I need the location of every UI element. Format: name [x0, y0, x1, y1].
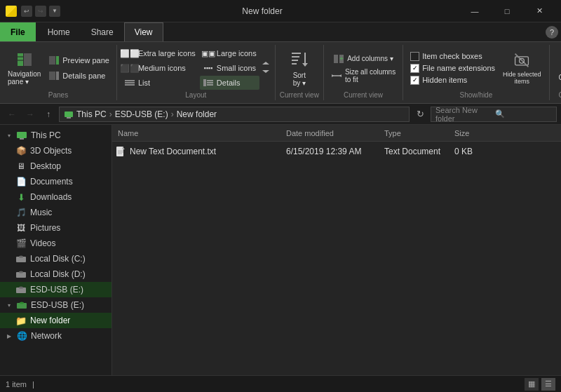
minimize-button[interactable]: —: [459, 0, 491, 22]
3d-objects-icon: 📦: [15, 145, 27, 156]
hidden-items-toggle[interactable]: ✓ Hidden items: [410, 76, 495, 85]
preview-pane-label: Preview pane: [62, 56, 109, 65]
layout-expand-button[interactable]: [261, 60, 271, 76]
svg-marker-16: [262, 70, 269, 73]
network-expand-icon: ▶: [6, 332, 13, 339]
search-box[interactable]: Search New folder 🔍: [431, 107, 557, 122]
sidebar-item-esd-usb-node[interactable]: ▾ ESD-USB (E:): [0, 297, 111, 313]
qat-redo[interactable]: ↪: [35, 6, 46, 17]
title-bar: ↩ ↪ ▼ New folder — □ ✕: [0, 0, 561, 22]
column-header-type[interactable]: Type: [381, 125, 452, 141]
navigation-pane-button[interactable]: Navigationpane ▾: [4, 47, 44, 89]
item-checkboxes-cb: [410, 52, 419, 61]
details-pane-button[interactable]: Details pane: [46, 69, 112, 83]
svg-rect-5: [56, 56, 59, 65]
maximize-button[interactable]: □: [491, 0, 523, 22]
sidebar-item-this-pc[interactable]: ▾ This PC: [0, 128, 111, 143]
hide-selected-button[interactable]: Hide selecteditems: [499, 47, 545, 89]
file-type-cell: Text Document: [381, 147, 452, 156]
main-content: ▾ This PC 📦 3D Objects 🖥 Desktop 📄 Docum…: [0, 125, 561, 375]
path-esd-usb[interactable]: ESD-USB (E:): [115, 109, 168, 119]
extra-large-icons-button[interactable]: ⬜⬜ Extra large icons: [121, 46, 198, 60]
file-name-extensions-toggle[interactable]: ✓ File name extensions: [410, 64, 495, 73]
up-button[interactable]: ↑: [41, 107, 56, 122]
path-new-folder[interactable]: New folder: [177, 109, 217, 119]
this-pc-label: This PC: [31, 130, 61, 140]
sidebar-item-videos[interactable]: 🎬 Videos: [0, 236, 111, 251]
sidebar-item-3d-objects[interactable]: 📦 3D Objects: [0, 143, 111, 158]
column-header-name[interactable]: Name: [115, 125, 283, 141]
close-button[interactable]: ✕: [523, 0, 555, 22]
file-icon: [115, 146, 126, 157]
small-icons-icon: ▪▪▪▪: [203, 62, 214, 74]
details-icon: [203, 77, 214, 88]
sidebar-item-new-folder[interactable]: 📁 New folder: [0, 313, 111, 328]
sidebar-item-music[interactable]: 🎵 Music: [0, 205, 111, 220]
tab-share[interactable]: Share: [81, 22, 124, 41]
sidebar-item-documents[interactable]: 📄 Documents: [0, 174, 111, 189]
medium-icons-button[interactable]: ⬛⬛ Medium icons: [121, 61, 198, 75]
desktop-icon: 🖥: [15, 161, 27, 172]
music-label: Music: [30, 208, 52, 217]
item-checkboxes-toggle[interactable]: Item check boxes: [410, 52, 495, 61]
sidebar-item-downloads[interactable]: ⬇ Downloads: [0, 189, 111, 205]
list-button[interactable]: List: [121, 76, 198, 90]
qat-dropdown[interactable]: ▼: [49, 6, 60, 17]
qat-undo[interactable]: ↩: [21, 6, 32, 17]
preview-pane-button[interactable]: Preview pane: [46, 53, 112, 67]
details-view-button[interactable]: ▦: [525, 378, 539, 391]
window-title: New folder: [66, 6, 459, 16]
back-button[interactable]: ←: [4, 107, 20, 122]
sidebar-item-local-c[interactable]: Local Disk (C:): [0, 251, 111, 266]
svg-rect-4: [49, 56, 55, 65]
small-icons-button[interactable]: ▪▪▪▪ Small icons: [200, 61, 259, 75]
sidebar-item-local-d[interactable]: Local Disk (D:): [0, 266, 111, 282]
path-this-pc[interactable]: This PC: [76, 109, 107, 119]
sort-content: Sortby ▾: [285, 46, 313, 90]
3d-objects-label: 3D Objects: [30, 146, 72, 156]
svg-marker-53: [122, 147, 125, 149]
file-size-cell: 0 KB: [452, 147, 508, 156]
file-name-cell: New Text Document.txt: [115, 146, 283, 157]
sidebar-item-desktop[interactable]: 🖥 Desktop: [0, 158, 111, 174]
svg-text:+: +: [339, 55, 344, 62]
sidebar-item-esd-usb-drive[interactable]: ESD-USB (E:): [0, 282, 111, 297]
svg-rect-6: [49, 72, 55, 80]
tab-file[interactable]: File: [0, 22, 36, 41]
svg-point-45: [19, 256, 23, 258]
checkboxes-col: Item check boxes ✓ File name extensions …: [407, 52, 498, 85]
details-button[interactable]: Details: [200, 76, 259, 90]
size-columns-button[interactable]: Size all columnsto fit: [328, 67, 398, 85]
column-size-label: Size: [454, 129, 469, 137]
details-pane-label: Details pane: [62, 72, 105, 80]
navigation-pane-icon: [16, 51, 33, 68]
options-button[interactable]: Options: [554, 47, 561, 89]
view-toggle-group: ▦ ☰: [525, 378, 555, 391]
extra-large-icons-icon: ⬜⬜: [124, 48, 135, 59]
ribbon-group-panes: Navigationpane ▾ Preview pane Details pa…: [0, 45, 117, 100]
tab-home[interactable]: Home: [37, 22, 81, 41]
help-button[interactable]: ?: [546, 26, 558, 39]
tab-view[interactable]: View: [124, 22, 163, 41]
add-column-button[interactable]: + Add columns ▾: [330, 52, 396, 66]
search-icon: 🔍: [495, 109, 552, 119]
sort-group-label: Current view: [280, 90, 319, 99]
quick-access-toolbar: ↩ ↪ ▼: [21, 6, 60, 17]
svg-point-47: [19, 271, 23, 273]
sidebar-item-pictures[interactable]: 🖼 Pictures: [0, 220, 111, 236]
column-header-date[interactable]: Date modified: [283, 125, 381, 141]
column-type-label: Type: [384, 129, 401, 137]
sidebar-item-network[interactable]: ▶ 🌐 Network: [0, 328, 111, 344]
large-icons-button[interactable]: ▣▣ Large icons: [200, 46, 259, 60]
table-row[interactable]: New Text Document.txt 6/15/2019 12:39 AM…: [112, 142, 561, 161]
options-group-label: Options: [558, 90, 561, 99]
column-header-size[interactable]: Size: [452, 125, 508, 141]
address-path[interactable]: This PC › ESD-USB (E:) › New folder: [59, 107, 410, 122]
panes-group-label: Panes: [48, 90, 68, 99]
refresh-button[interactable]: ↻: [412, 107, 428, 122]
list-view-button[interactable]: ☰: [541, 378, 555, 391]
music-icon: 🎵: [15, 207, 27, 218]
forward-button[interactable]: →: [22, 107, 38, 122]
local-c-icon: [15, 253, 27, 264]
sort-by-button[interactable]: Sortby ▾: [285, 47, 313, 89]
